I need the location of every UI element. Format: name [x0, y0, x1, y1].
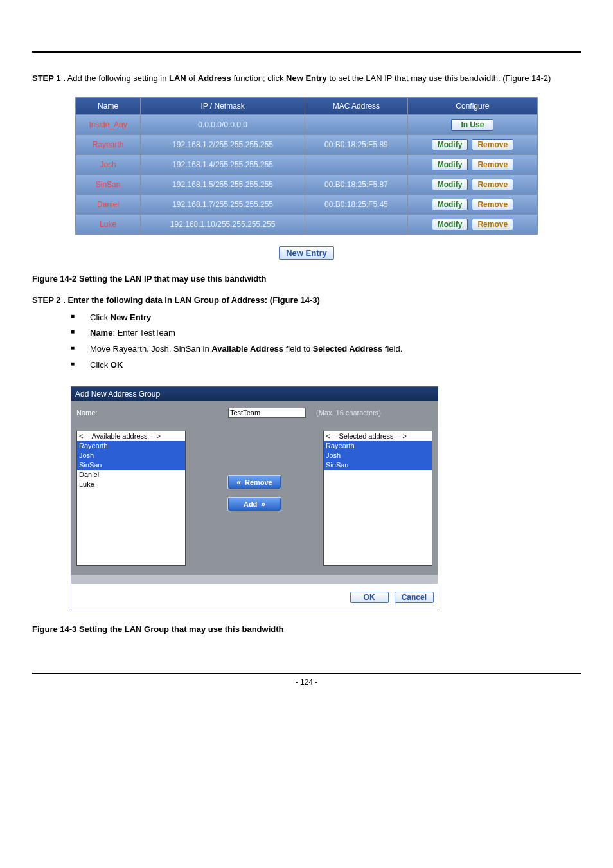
arrow-left-icon — [236, 478, 241, 487]
cell-ip: 192.168.1.10/255.255.255.255 — [141, 215, 305, 234]
panel-divider — [71, 575, 438, 584]
cell-configure: ModifyRemove — [408, 215, 537, 234]
cell-configure: ModifyRemove — [408, 175, 537, 194]
selected-address-list[interactable]: <--- Selected address --->RayearthJoshSi… — [323, 431, 432, 566]
list-item[interactable]: Luke — [77, 480, 185, 489]
list-item[interactable]: Josh — [324, 451, 432, 460]
page-number: - 124 - — [32, 678, 581, 687]
step2-heading: STEP 2 . Enter the following data in LAN… — [32, 295, 581, 305]
remove-button[interactable]: Remove — [472, 219, 513, 230]
inuse-button[interactable]: In Use — [451, 119, 493, 131]
cell-ip: 0.0.0.0/0.0.0.0 — [141, 115, 305, 134]
modify-button[interactable]: Modify — [432, 159, 468, 170]
table-row: Rayearth192.168.1.2/255.255.255.25500:B0… — [76, 135, 537, 154]
cell-ip: 192.168.1.4/255.255.255.255 — [141, 155, 305, 174]
remove-button[interactable]: Remove — [472, 179, 513, 190]
group-name-input[interactable] — [228, 408, 306, 418]
remove-button[interactable]: Remove — [228, 476, 281, 489]
col-ip: IP / Netmask — [141, 98, 305, 114]
panel-title: Add New Address Group — [71, 387, 438, 401]
step1-label: STEP 1 . — [32, 73, 66, 83]
list-item: Click OK — [71, 357, 581, 374]
top-rule — [32, 51, 581, 53]
list-item[interactable]: SinSan — [77, 460, 185, 470]
cell-name: Josh — [76, 155, 140, 174]
table-row: Inside_Any0.0.0.0/0.0.0.0In Use — [76, 115, 537, 134]
bottom-rule — [32, 673, 581, 674]
cell-name: SinSan — [76, 175, 140, 194]
col-mac: MAC Address — [305, 98, 407, 114]
list-item[interactable]: Rayearth — [77, 441, 185, 451]
figure1-caption: Figure 14-2 Setting the LAN IP that may … — [32, 274, 581, 284]
col-name: Name — [76, 98, 140, 114]
modify-button[interactable]: Modify — [432, 179, 468, 190]
name-hint: (Max. 16 characters) — [316, 409, 381, 417]
list-item: Move Rayearth, Josh, SinSan in Available… — [71, 341, 581, 357]
ok-button[interactable]: OK — [350, 592, 389, 603]
cell-configure: ModifyRemove — [408, 135, 537, 154]
cell-mac — [305, 215, 407, 234]
remove-button[interactable]: Remove — [472, 139, 513, 150]
arrow-right-icon — [261, 500, 265, 509]
list-item[interactable]: Josh — [77, 451, 185, 460]
remove-button-label: Remove — [245, 478, 272, 486]
cell-configure: ModifyRemove — [408, 195, 537, 214]
list-item: Click New Entry — [71, 310, 581, 326]
add-button[interactable]: Add — [228, 498, 281, 511]
cell-mac: 00:B0:18:25:F5:45 — [305, 195, 407, 214]
add-button-label: Add — [244, 500, 257, 508]
name-label: Name: — [76, 409, 218, 417]
step2-bullets: Click New EntryName: Enter TestTeamMove … — [71, 310, 581, 374]
cell-mac: 00:B0:18:25:F5:89 — [305, 135, 407, 154]
table-row: SinSan192.168.1.5/255.255.255.25500:B0:1… — [76, 175, 537, 194]
add-address-group-panel: Add New Address Group Name: (Max. 16 cha… — [71, 386, 438, 610]
cell-name: Rayearth — [76, 135, 140, 154]
cell-name: Daniel — [76, 195, 140, 214]
cell-mac: 00:B0:18:25:F5:87 — [305, 175, 407, 194]
cell-name: Luke — [76, 215, 140, 234]
cell-configure: ModifyRemove — [408, 155, 537, 174]
intro-paragraph: STEP 1 . Add the following setting in LA… — [32, 72, 581, 86]
cell-ip: 192.168.1.2/255.255.255.255 — [141, 135, 305, 154]
cell-name: Inside_Any — [76, 115, 140, 134]
remove-button[interactable]: Remove — [472, 199, 513, 210]
remove-button[interactable]: Remove — [472, 159, 513, 170]
col-cfg: Configure — [408, 98, 537, 114]
cell-mac — [305, 155, 407, 174]
modify-button[interactable]: Modify — [432, 139, 468, 150]
cell-ip: 192.168.1.7/255.255.255.255 — [141, 195, 305, 214]
list-header: <--- Selected address ---> — [324, 431, 432, 441]
modify-button[interactable]: Modify — [432, 199, 468, 210]
address-table: Name IP / Netmask MAC Address Configure … — [75, 97, 538, 235]
table-row: Luke192.168.1.10/255.255.255.255ModifyRe… — [76, 215, 537, 234]
available-address-list[interactable]: <--- Available address --->RayearthJoshS… — [76, 431, 186, 566]
list-header: <--- Available address ---> — [77, 431, 185, 441]
new-entry-button[interactable]: New Entry — [279, 246, 334, 260]
cancel-button[interactable]: Cancel — [395, 592, 434, 603]
cell-configure: In Use — [408, 115, 537, 134]
modify-button[interactable]: Modify — [432, 219, 468, 230]
figure2-caption: Figure 14-3 Setting the LAN Group that m… — [32, 624, 581, 634]
list-item[interactable]: Daniel — [77, 470, 185, 480]
table-row: Josh192.168.1.4/255.255.255.255ModifyRem… — [76, 155, 537, 174]
list-item: Name: Enter TestTeam — [71, 325, 581, 341]
list-item[interactable]: SinSan — [324, 460, 432, 470]
cell-ip: 192.168.1.5/255.255.255.255 — [141, 175, 305, 194]
list-item[interactable]: Rayearth — [324, 441, 432, 451]
table-row: Daniel192.168.1.7/255.255.255.25500:B0:1… — [76, 195, 537, 214]
cell-mac — [305, 115, 407, 134]
